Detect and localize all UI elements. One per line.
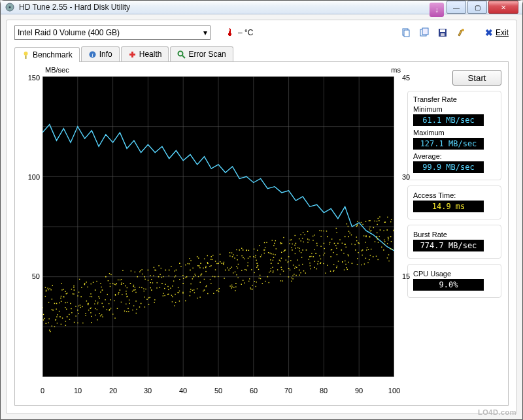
svg-rect-512 — [133, 305, 134, 306]
svg-rect-249 — [74, 322, 75, 323]
svg-rect-497 — [182, 275, 183, 276]
svg-rect-387 — [100, 291, 101, 292]
svg-rect-422 — [368, 250, 369, 250]
svg-rect-214 — [140, 270, 141, 271]
svg-rect-630 — [167, 294, 168, 295]
svg-rect-141 — [218, 289, 218, 290]
svg-rect-375 — [190, 283, 191, 284]
svg-rect-589 — [97, 319, 97, 320]
svg-rect-426 — [219, 288, 220, 289]
svg-rect-681 — [126, 304, 126, 304]
svg-rect-349 — [233, 272, 233, 273]
svg-rect-677 — [235, 290, 235, 291]
start-button[interactable]: Start — [452, 70, 501, 86]
svg-rect-333 — [77, 323, 78, 323]
svg-rect-588 — [333, 271, 333, 272]
svg-rect-132 — [302, 250, 303, 251]
svg-rect-161 — [229, 255, 230, 256]
tab-error-scan[interactable]: Error Scan — [170, 46, 233, 61]
svg-rect-417 — [320, 236, 321, 236]
tab-info[interactable]: i Info — [81, 46, 120, 61]
drive-select[interactable]: Intel Raid 0 Volume (400 GB) ▾ — [14, 25, 211, 40]
error-scan-icon — [177, 50, 186, 59]
titlebar-extra-icon[interactable]: ↓ — [430, 3, 444, 17]
svg-rect-451 — [312, 236, 313, 236]
svg-rect-316 — [156, 287, 157, 288]
svg-rect-445 — [262, 283, 263, 283]
x-tick: 20 — [109, 387, 117, 395]
copy-info-button[interactable] — [399, 25, 413, 40]
benchmark-icon — [22, 51, 30, 59]
save-button[interactable] — [435, 25, 450, 40]
maximize-button[interactable]: ▢ — [467, 1, 487, 14]
svg-rect-447 — [121, 279, 122, 280]
svg-rect-505 — [357, 221, 358, 221]
svg-rect-402 — [124, 310, 125, 311]
svg-rect-571 — [256, 267, 257, 268]
svg-rect-573 — [182, 292, 183, 293]
svg-rect-354 — [290, 240, 290, 240]
svg-rect-615 — [268, 252, 269, 253]
copy-screenshot-button[interactable] — [417, 25, 431, 40]
svg-rect-212 — [312, 240, 313, 240]
svg-rect-218 — [150, 275, 150, 276]
svg-rect-253 — [43, 314, 44, 315]
svg-rect-508 — [309, 240, 309, 240]
svg-rect-663 — [301, 257, 302, 257]
svg-rect-686 — [91, 316, 92, 317]
svg-point-1 — [9, 7, 11, 8]
svg-rect-568 — [248, 258, 248, 259]
svg-rect-138 — [244, 259, 245, 259]
svg-rect-558 — [365, 221, 366, 221]
y-right-tick: 45 — [402, 74, 415, 82]
close-button[interactable]: ✕ — [488, 1, 518, 14]
svg-rect-611 — [204, 279, 205, 280]
svg-rect-80 — [267, 276, 269, 278]
svg-rect-208 — [96, 281, 97, 282]
svg-rect-544 — [151, 279, 152, 280]
svg-rect-608 — [294, 245, 295, 246]
svg-rect-332 — [45, 287, 46, 287]
svg-rect-550 — [344, 270, 345, 270]
svg-rect-113 — [250, 256, 251, 257]
svg-rect-52 — [120, 289, 121, 291]
svg-rect-578 — [255, 255, 256, 255]
svg-rect-564 — [365, 258, 366, 259]
svg-rect-190 — [118, 280, 118, 280]
svg-rect-271 — [336, 228, 337, 229]
svg-rect-621 — [110, 308, 111, 308]
svg-rect-532 — [105, 299, 105, 300]
svg-rect-601 — [215, 269, 216, 270]
svg-rect-436 — [90, 308, 91, 309]
svg-rect-142 — [241, 270, 242, 270]
svg-rect-411 — [273, 257, 274, 257]
svg-rect-117 — [334, 243, 335, 244]
svg-rect-452 — [241, 255, 242, 256]
temperature-value: – °C — [238, 28, 253, 37]
svg-rect-526 — [177, 292, 178, 293]
svg-rect-359 — [212, 276, 213, 276]
svg-rect-680 — [358, 242, 358, 243]
svg-rect-81 — [274, 243, 275, 244]
svg-rect-441 — [342, 243, 343, 244]
options-button[interactable] — [454, 25, 468, 40]
svg-rect-733 — [229, 268, 230, 268]
svg-rect-718 — [337, 232, 337, 233]
x-tick: 100 — [388, 387, 400, 395]
svg-rect-700 — [295, 248, 296, 248]
svg-rect-131 — [281, 243, 282, 244]
y-left-tick: 100 — [23, 173, 40, 181]
tab-health[interactable]: Health — [121, 46, 169, 61]
svg-rect-111 — [207, 263, 209, 264]
x-tick: 30 — [144, 387, 152, 395]
svg-rect-70 — [214, 276, 216, 278]
svg-rect-449 — [62, 317, 63, 318]
svg-rect-112 — [228, 270, 229, 271]
svg-rect-502 — [154, 302, 154, 303]
exit-button[interactable]: ✖ Exit — [485, 27, 509, 38]
minimize-button[interactable]: — — [447, 1, 466, 14]
svg-rect-298 — [171, 295, 172, 295]
svg-rect-646 — [141, 287, 142, 288]
svg-rect-495 — [248, 281, 249, 282]
tab-benchmark[interactable]: Benchmark — [14, 47, 80, 62]
